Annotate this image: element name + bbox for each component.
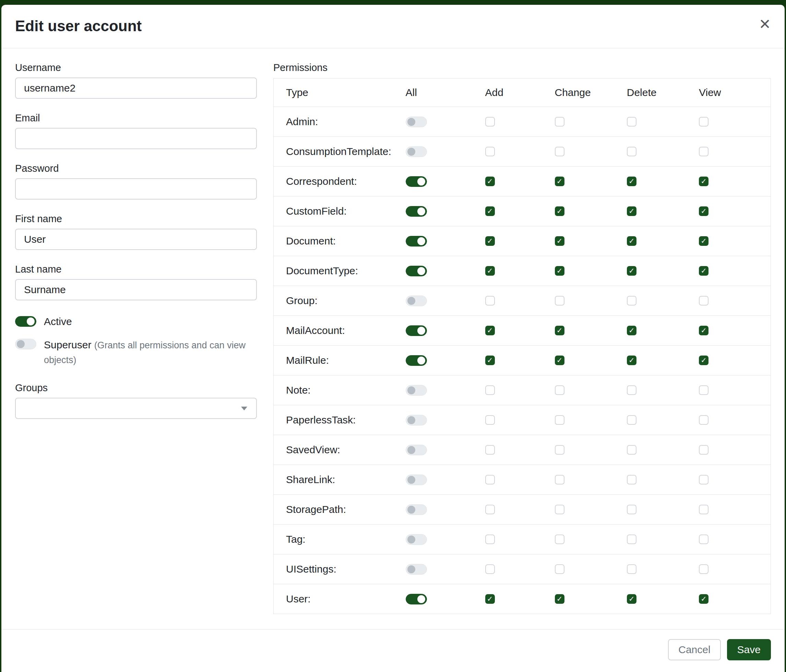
close-icon[interactable]: ✕ [759, 17, 771, 31]
perm-delete-checkbox[interactable] [627, 534, 637, 544]
perm-delete-checkbox[interactable] [627, 206, 637, 216]
perm-all-toggle[interactable] [406, 176, 427, 187]
perm-view-checkbox[interactable] [699, 356, 709, 365]
perm-view-checkbox[interactable] [699, 177, 709, 186]
perm-add-checkbox[interactable] [485, 236, 495, 246]
perm-change-checkbox[interactable] [555, 564, 564, 574]
perm-add-checkbox[interactable] [485, 415, 495, 425]
email-group: Email [15, 113, 257, 149]
first-name-field[interactable] [15, 229, 257, 250]
perm-all-toggle[interactable] [406, 295, 427, 306]
perm-change-checkbox[interactable] [555, 206, 564, 216]
perm-all-toggle[interactable] [406, 355, 427, 366]
perm-delete-checkbox[interactable] [627, 326, 637, 335]
perm-all-toggle[interactable] [406, 116, 427, 127]
perm-delete-checkbox[interactable] [627, 296, 637, 306]
perm-add-checkbox[interactable] [485, 326, 495, 335]
perm-add-checkbox[interactable] [485, 177, 495, 186]
perm-delete-checkbox[interactable] [627, 266, 637, 276]
perm-change-checkbox[interactable] [555, 534, 564, 544]
perm-view-checkbox[interactable] [699, 117, 709, 127]
perm-add-checkbox[interactable] [485, 385, 495, 395]
perm-view-checkbox[interactable] [699, 266, 709, 276]
email-field[interactable] [15, 128, 257, 149]
perm-change-checkbox[interactable] [555, 266, 564, 276]
perm-view-checkbox[interactable] [699, 296, 709, 306]
perm-change-checkbox[interactable] [555, 415, 564, 425]
perm-add-checkbox[interactable] [485, 206, 495, 216]
perm-add-checkbox[interactable] [485, 475, 495, 484]
perm-delete-checkbox[interactable] [627, 147, 637, 156]
superuser-toggle[interactable] [15, 339, 36, 349]
perm-add-checkbox[interactable] [485, 445, 495, 455]
perm-all-toggle[interactable] [406, 504, 427, 515]
toggle-knob-icon [407, 297, 415, 305]
perm-delete-checkbox[interactable] [627, 594, 637, 604]
perm-add-checkbox[interactable] [485, 505, 495, 514]
perm-view-checkbox[interactable] [699, 206, 709, 216]
perm-all-toggle[interactable] [406, 564, 427, 575]
perm-add-checkbox[interactable] [485, 594, 495, 604]
perm-add-checkbox[interactable] [485, 117, 495, 127]
perm-delete-checkbox[interactable] [627, 356, 637, 365]
perm-delete-checkbox[interactable] [627, 564, 637, 574]
perm-delete-checkbox[interactable] [627, 505, 637, 514]
perm-all-toggle[interactable] [406, 146, 427, 157]
last-name-field[interactable] [15, 279, 257, 300]
perm-all-toggle[interactable] [406, 266, 427, 276]
perm-view-checkbox[interactable] [699, 534, 709, 544]
perm-view-checkbox[interactable] [699, 385, 709, 395]
groups-select[interactable] [15, 398, 257, 419]
perm-add-checkbox[interactable] [485, 266, 495, 276]
perm-add-checkbox[interactable] [485, 296, 495, 306]
perm-add-checkbox[interactable] [485, 534, 495, 544]
perm-change-checkbox[interactable] [555, 445, 564, 455]
perm-change-checkbox[interactable] [555, 505, 564, 514]
perm-all-toggle[interactable] [406, 385, 427, 396]
perm-all-toggle[interactable] [406, 206, 427, 217]
perm-change-checkbox[interactable] [555, 296, 564, 306]
perm-delete-checkbox[interactable] [627, 475, 637, 484]
perm-all-toggle[interactable] [406, 325, 427, 336]
perm-view-checkbox[interactable] [699, 236, 709, 246]
perm-view-checkbox[interactable] [699, 147, 709, 156]
perm-delete-checkbox[interactable] [627, 177, 637, 186]
perm-all-toggle[interactable] [406, 445, 427, 455]
perm-change-checkbox[interactable] [555, 236, 564, 246]
cancel-button[interactable]: Cancel [668, 639, 720, 660]
perm-delete-checkbox[interactable] [627, 445, 637, 455]
perm-change-checkbox[interactable] [555, 326, 564, 335]
perm-change-checkbox[interactable] [555, 147, 564, 156]
toggle-knob-icon [417, 327, 425, 334]
perm-change-checkbox[interactable] [555, 117, 564, 127]
perm-add-checkbox[interactable] [485, 147, 495, 156]
perm-add-checkbox[interactable] [485, 356, 495, 365]
password-field[interactable] [15, 178, 257, 199]
perm-delete-checkbox[interactable] [627, 385, 637, 395]
perm-delete-checkbox[interactable] [627, 236, 637, 246]
perm-change-checkbox[interactable] [555, 385, 564, 395]
save-button[interactable]: Save [727, 639, 771, 660]
perm-view-checkbox[interactable] [699, 475, 709, 484]
username-field[interactable] [15, 77, 257, 99]
perm-view-checkbox[interactable] [699, 505, 709, 514]
perm-all-toggle[interactable] [406, 415, 427, 425]
perm-delete-checkbox[interactable] [627, 415, 637, 425]
perm-view-checkbox[interactable] [699, 594, 709, 604]
perm-change-checkbox[interactable] [555, 475, 564, 484]
perm-all-toggle[interactable] [406, 594, 427, 604]
perm-all-toggle[interactable] [406, 534, 427, 545]
perm-view-checkbox[interactable] [699, 445, 709, 455]
perm-view-checkbox[interactable] [699, 326, 709, 335]
perm-change-checkbox[interactable] [555, 177, 564, 186]
perm-col-header: Delete [624, 79, 696, 107]
perm-delete-checkbox[interactable] [627, 117, 637, 127]
perm-view-checkbox[interactable] [699, 564, 709, 574]
perm-all-toggle[interactable] [406, 236, 427, 247]
perm-change-checkbox[interactable] [555, 594, 564, 604]
perm-all-toggle[interactable] [406, 474, 427, 485]
perm-add-checkbox[interactable] [485, 564, 495, 574]
active-toggle[interactable] [15, 316, 36, 327]
perm-change-checkbox[interactable] [555, 356, 564, 365]
perm-view-checkbox[interactable] [699, 415, 709, 425]
